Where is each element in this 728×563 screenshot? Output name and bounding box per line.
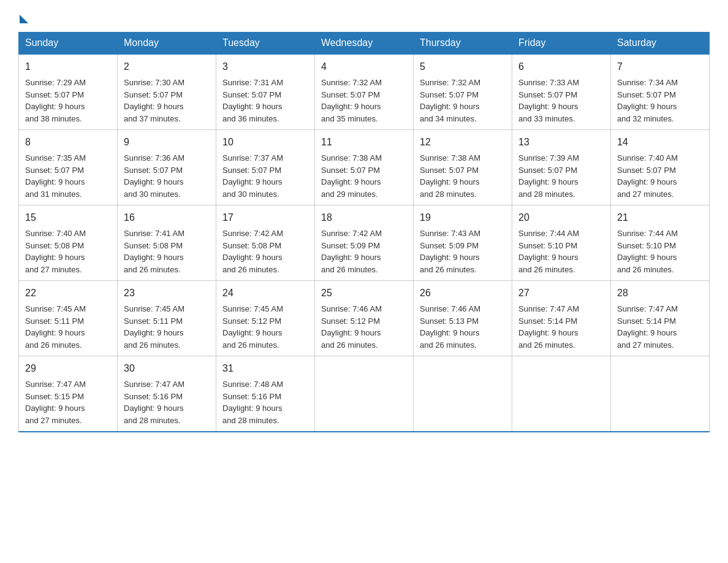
calendar-day-cell: 22 Sunrise: 7:45 AMSunset: 5:11 PMDaylig…	[19, 281, 118, 356]
calendar-day-cell: 24 Sunrise: 7:45 AMSunset: 5:12 PMDaylig…	[216, 281, 315, 356]
day-info: Sunrise: 7:47 AMSunset: 5:15 PMDaylight:…	[25, 380, 86, 425]
calendar-day-cell: 19 Sunrise: 7:43 AMSunset: 5:09 PMDaylig…	[414, 205, 512, 281]
calendar-day-cell: 30 Sunrise: 7:47 AMSunset: 5:16 PMDaylig…	[118, 356, 216, 432]
day-number: 26	[420, 286, 506, 301]
calendar-week-row: 22 Sunrise: 7:45 AMSunset: 5:11 PMDaylig…	[19, 281, 710, 356]
day-number: 14	[617, 135, 703, 150]
calendar-day-cell: 29 Sunrise: 7:47 AMSunset: 5:15 PMDaylig…	[19, 356, 118, 432]
calendar-day-cell	[315, 356, 414, 432]
day-info: Sunrise: 7:33 AMSunset: 5:07 PMDaylight:…	[518, 78, 579, 123]
day-info: Sunrise: 7:47 AMSunset: 5:14 PMDaylight:…	[617, 304, 678, 350]
day-number: 11	[321, 135, 407, 150]
day-number: 24	[222, 286, 308, 301]
calendar-day-cell: 13 Sunrise: 7:39 AMSunset: 5:07 PMDaylig…	[512, 130, 611, 205]
calendar-day-cell: 27 Sunrise: 7:47 AMSunset: 5:14 PMDaylig…	[512, 281, 611, 356]
calendar-week-row: 1 Sunrise: 7:29 AMSunset: 5:07 PMDayligh…	[19, 54, 710, 130]
day-number: 6	[518, 59, 604, 74]
day-info: Sunrise: 7:40 AMSunset: 5:07 PMDaylight:…	[617, 153, 678, 199]
day-number: 16	[124, 210, 210, 225]
day-number: 21	[617, 210, 703, 225]
calendar-day-cell: 2 Sunrise: 7:30 AMSunset: 5:07 PMDayligh…	[118, 54, 216, 130]
day-number: 28	[617, 286, 703, 301]
day-info: Sunrise: 7:37 AMSunset: 5:07 PMDaylight:…	[222, 153, 283, 199]
day-info: Sunrise: 7:41 AMSunset: 5:08 PMDaylight:…	[124, 229, 184, 274]
day-info: Sunrise: 7:45 AMSunset: 5:11 PMDaylight:…	[25, 304, 86, 350]
calendar-day-cell: 1 Sunrise: 7:29 AMSunset: 5:07 PMDayligh…	[19, 54, 118, 130]
day-info: Sunrise: 7:45 AMSunset: 5:12 PMDaylight:…	[222, 304, 283, 350]
day-number: 12	[420, 135, 506, 150]
calendar-day-cell: 15 Sunrise: 7:40 AMSunset: 5:08 PMDaylig…	[19, 205, 118, 281]
day-info: Sunrise: 7:38 AMSunset: 5:07 PMDaylight:…	[321, 153, 382, 199]
calendar-day-cell: 11 Sunrise: 7:38 AMSunset: 5:07 PMDaylig…	[315, 130, 414, 205]
day-number: 17	[222, 210, 308, 225]
calendar-day-cell: 16 Sunrise: 7:41 AMSunset: 5:08 PMDaylig…	[118, 205, 216, 281]
day-info: Sunrise: 7:42 AMSunset: 5:09 PMDaylight:…	[321, 229, 382, 274]
day-number: 7	[617, 59, 703, 74]
day-info: Sunrise: 7:39 AMSunset: 5:07 PMDaylight:…	[518, 153, 579, 199]
day-number: 27	[518, 286, 604, 301]
day-info: Sunrise: 7:47 AMSunset: 5:16 PMDaylight:…	[124, 380, 184, 425]
day-number: 20	[518, 210, 604, 225]
day-info: Sunrise: 7:46 AMSunset: 5:13 PMDaylight:…	[420, 304, 480, 350]
col-header-thursday: Thursday	[414, 33, 512, 55]
calendar-table: SundayMondayTuesdayWednesdayThursdayFrid…	[18, 32, 710, 432]
calendar-day-cell: 20 Sunrise: 7:44 AMSunset: 5:10 PMDaylig…	[512, 205, 611, 281]
day-info: Sunrise: 7:32 AMSunset: 5:07 PMDaylight:…	[420, 78, 480, 123]
day-number: 1	[25, 59, 111, 74]
day-number: 19	[420, 210, 506, 225]
calendar-day-cell: 26 Sunrise: 7:46 AMSunset: 5:13 PMDaylig…	[414, 281, 512, 356]
calendar-day-cell	[512, 356, 611, 432]
calendar-day-cell: 21 Sunrise: 7:44 AMSunset: 5:10 PMDaylig…	[611, 205, 710, 281]
day-info: Sunrise: 7:32 AMSunset: 5:07 PMDaylight:…	[321, 78, 382, 123]
calendar-day-cell: 12 Sunrise: 7:38 AMSunset: 5:07 PMDaylig…	[414, 130, 512, 205]
day-info: Sunrise: 7:46 AMSunset: 5:12 PMDaylight:…	[321, 304, 382, 350]
calendar-day-cell: 9 Sunrise: 7:36 AMSunset: 5:07 PMDayligh…	[118, 130, 216, 205]
day-number: 30	[124, 361, 210, 376]
calendar-day-cell: 8 Sunrise: 7:35 AMSunset: 5:07 PMDayligh…	[19, 130, 118, 205]
calendar-header-row: SundayMondayTuesdayWednesdayThursdayFrid…	[19, 33, 710, 55]
day-info: Sunrise: 7:34 AMSunset: 5:07 PMDaylight:…	[617, 78, 678, 123]
day-number: 23	[124, 286, 210, 301]
day-number: 5	[420, 59, 506, 74]
col-header-saturday: Saturday	[611, 33, 710, 55]
day-number: 3	[222, 59, 308, 74]
calendar-day-cell: 10 Sunrise: 7:37 AMSunset: 5:07 PMDaylig…	[216, 130, 315, 205]
calendar-day-cell: 18 Sunrise: 7:42 AMSunset: 5:09 PMDaylig…	[315, 205, 414, 281]
day-info: Sunrise: 7:42 AMSunset: 5:08 PMDaylight:…	[222, 229, 283, 274]
calendar-day-cell: 7 Sunrise: 7:34 AMSunset: 5:07 PMDayligh…	[611, 54, 710, 130]
logo-triangle-icon	[20, 15, 28, 23]
day-number: 29	[25, 361, 111, 376]
calendar-day-cell: 3 Sunrise: 7:31 AMSunset: 5:07 PMDayligh…	[216, 54, 315, 130]
logo	[18, 12, 28, 22]
col-header-sunday: Sunday	[19, 33, 118, 55]
day-number: 2	[124, 59, 210, 74]
day-info: Sunrise: 7:30 AMSunset: 5:07 PMDaylight:…	[124, 78, 184, 123]
day-number: 15	[25, 210, 111, 225]
day-number: 9	[124, 135, 210, 150]
day-number: 13	[518, 135, 604, 150]
day-info: Sunrise: 7:38 AMSunset: 5:07 PMDaylight:…	[420, 153, 480, 199]
day-info: Sunrise: 7:43 AMSunset: 5:09 PMDaylight:…	[420, 229, 480, 274]
calendar-week-row: 15 Sunrise: 7:40 AMSunset: 5:08 PMDaylig…	[19, 205, 710, 281]
col-header-friday: Friday	[512, 33, 611, 55]
calendar-day-cell: 14 Sunrise: 7:40 AMSunset: 5:07 PMDaylig…	[611, 130, 710, 205]
day-number: 4	[321, 59, 407, 74]
day-info: Sunrise: 7:47 AMSunset: 5:14 PMDaylight:…	[518, 304, 579, 350]
day-info: Sunrise: 7:29 AMSunset: 5:07 PMDaylight:…	[25, 78, 86, 123]
day-info: Sunrise: 7:35 AMSunset: 5:07 PMDaylight:…	[25, 153, 86, 199]
col-header-tuesday: Tuesday	[216, 33, 315, 55]
day-info: Sunrise: 7:31 AMSunset: 5:07 PMDaylight:…	[222, 78, 283, 123]
col-header-wednesday: Wednesday	[315, 33, 414, 55]
calendar-week-row: 29 Sunrise: 7:47 AMSunset: 5:15 PMDaylig…	[19, 356, 710, 432]
day-number: 31	[222, 361, 308, 376]
calendar-day-cell: 23 Sunrise: 7:45 AMSunset: 5:11 PMDaylig…	[118, 281, 216, 356]
day-number: 8	[25, 135, 111, 150]
calendar-day-cell: 25 Sunrise: 7:46 AMSunset: 5:12 PMDaylig…	[315, 281, 414, 356]
calendar-day-cell: 5 Sunrise: 7:32 AMSunset: 5:07 PMDayligh…	[414, 54, 512, 130]
page-header	[18, 12, 710, 22]
day-info: Sunrise: 7:36 AMSunset: 5:07 PMDaylight:…	[124, 153, 184, 199]
calendar-day-cell: 31 Sunrise: 7:48 AMSunset: 5:16 PMDaylig…	[216, 356, 315, 432]
calendar-day-cell: 17 Sunrise: 7:42 AMSunset: 5:08 PMDaylig…	[216, 205, 315, 281]
day-info: Sunrise: 7:44 AMSunset: 5:10 PMDaylight:…	[518, 229, 579, 274]
day-info: Sunrise: 7:44 AMSunset: 5:10 PMDaylight:…	[617, 229, 678, 274]
